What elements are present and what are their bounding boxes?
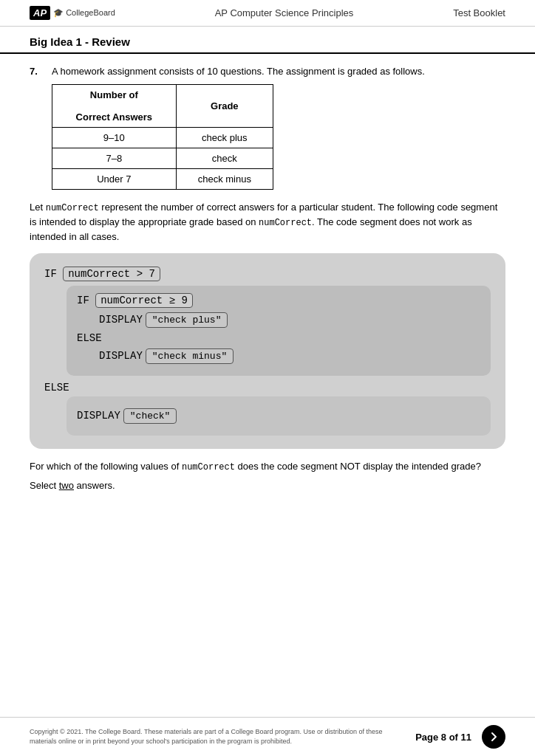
arrow-right-icon <box>488 732 499 742</box>
table-cell-grade-2: check <box>176 148 273 169</box>
var-numcorrect-2: numCorrect <box>259 218 312 228</box>
display-check-line: DISPLAY "check" <box>77 408 480 424</box>
doc-type: Test Booklet <box>453 7 505 18</box>
table-header-grade: Grade <box>176 85 273 128</box>
course-title: AP Computer Science Principles <box>215 7 354 18</box>
display-keyword-1: DISPLAY <box>99 314 143 326</box>
table-cell-grade-1: check plus <box>176 128 273 148</box>
else-label-1: ELSE <box>77 332 480 344</box>
var-numcorrect-1: numCorrect <box>46 203 99 213</box>
table-cell-range-3: Under 7 <box>52 169 177 190</box>
select-instructions: Select two answers. <box>30 480 505 491</box>
next-button[interactable] <box>482 725 505 749</box>
question-number: 7. <box>30 66 44 77</box>
question-intro: A homework assignment consists of 10 que… <box>52 66 425 77</box>
table-row: 7–8 check <box>52 148 273 169</box>
display-value-check-minus: "check minus" <box>146 348 234 364</box>
display-value-check-plus: "check plus" <box>146 312 228 328</box>
else-label-2: ELSE <box>44 382 491 394</box>
code-block: IF numCorrect > 7 IF numCorrect ≥ 9 DI <box>30 253 505 449</box>
table-row: 9–10 check plus <box>52 128 273 148</box>
question-header: 7. A homework assignment consists of 10 … <box>30 66 505 77</box>
footer-right: Page 8 of 11 <box>415 725 505 749</box>
display-keyword-2: DISPLAY <box>99 350 143 362</box>
inner-if-label: IF numCorrect ≥ 9 <box>77 293 480 308</box>
select-underline: two <box>59 480 74 491</box>
inner-condition-box: numCorrect ≥ 9 <box>95 293 193 308</box>
outer-if-label: IF numCorrect > 7 <box>44 267 491 281</box>
grade-table: Number of Correct Answers Grade 9–10 che… <box>52 84 273 190</box>
outer-condition-box: numCorrect > 7 <box>63 267 160 281</box>
question-body-text: For which of the following values of num… <box>30 459 505 474</box>
outer-else-block: DISPLAY "check" <box>67 396 491 436</box>
main-content: 7. A homework assignment consists of 10 … <box>0 66 535 491</box>
table-cell-range-1: 9–10 <box>52 128 177 148</box>
table-row: Under 7 check minus <box>52 169 273 190</box>
display-value-check: "check" <box>123 408 177 424</box>
section-title: Big Idea 1 - Review <box>0 27 535 54</box>
table-cell-grade-3: check minus <box>176 169 273 190</box>
display-check-minus-line: DISPLAY "check minus" <box>99 348 480 364</box>
copyright-text: Copyright © 2021. The College Board. The… <box>30 727 399 746</box>
table-cell-range-2: 7–8 <box>52 148 177 169</box>
table-header-answers: Number of Correct Answers <box>52 85 177 128</box>
ap-logo: AP 🎓 CollegeBoard <box>30 6 115 20</box>
page-header: AP 🎓 CollegeBoard AP Computer Science Pr… <box>0 0 535 27</box>
description-text: Let numCorrect represent the number of c… <box>30 200 505 244</box>
page-footer: Copyright © 2021. The College Board. The… <box>0 717 535 756</box>
cb-label: 🎓 CollegeBoard <box>53 8 115 18</box>
ap-label: AP <box>30 6 50 20</box>
page-number: Page 8 of 11 <box>415 732 471 743</box>
display-keyword-3: DISPLAY <box>77 410 120 422</box>
var-numcorrect-3: numCorrect <box>182 462 235 472</box>
outer-if-statement: IF numCorrect > 7 IF numCorrect ≥ 9 DI <box>44 267 491 376</box>
display-check-plus-line: DISPLAY "check plus" <box>99 312 480 328</box>
header-logos: AP 🎓 CollegeBoard <box>30 6 115 20</box>
inner-if-block: IF numCorrect ≥ 9 DISPLAY "check plus" E… <box>67 286 491 376</box>
